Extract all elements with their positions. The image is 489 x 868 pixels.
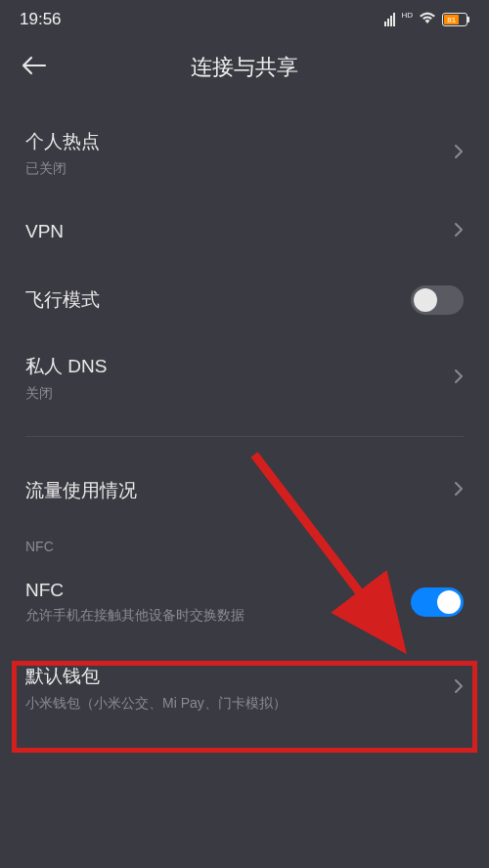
nfc-section-header: NFC	[0, 525, 489, 560]
data-usage-item[interactable]: 流量使用情况	[0, 456, 489, 525]
status-time: 19:56	[20, 10, 62, 29]
settings-list: 个人热点 已关闭 VPN 飞行模式 私人 DNS 关闭	[0, 109, 489, 732]
status-bar: 19:56 HD 81	[0, 0, 489, 35]
item-title: 默认钱包	[25, 664, 287, 689]
item-subtitle: 关闭	[25, 385, 107, 403]
item-subtitle: 小米钱包（小米公交、Mi Pay、门卡模拟）	[25, 695, 287, 713]
personal-hotspot-item[interactable]: 个人热点 已关闭	[0, 109, 489, 197]
page-header: 连接与共享	[0, 35, 489, 109]
wifi-icon	[419, 10, 436, 29]
chevron-right-icon	[454, 481, 464, 500]
item-title: 飞行模式	[25, 287, 100, 313]
airplane-mode-item[interactable]: 飞行模式	[0, 266, 489, 334]
default-wallet-item[interactable]: 默认钱包 小米钱包（小米公交、Mi Pay、门卡模拟）	[0, 644, 489, 732]
item-title: 流量使用情况	[25, 478, 137, 503]
item-title: 个人热点	[25, 129, 100, 154]
nfc-item[interactable]: NFC 允许手机在接触其他设备时交换数据	[0, 560, 489, 644]
page-title: 连接与共享	[20, 53, 469, 82]
back-button[interactable]	[20, 55, 47, 80]
nfc-toggle[interactable]	[411, 587, 464, 617]
chevron-right-icon	[454, 369, 464, 388]
item-title: NFC	[25, 580, 244, 601]
chevron-right-icon	[454, 144, 464, 163]
battery-icon: 81	[442, 13, 469, 26]
hd-icon: HD	[401, 11, 413, 20]
back-arrow-icon	[20, 55, 47, 76]
vpn-item[interactable]: VPN	[0, 197, 489, 266]
item-subtitle: 允许手机在接触其他设备时交换数据	[25, 607, 244, 625]
item-title: VPN	[25, 221, 64, 242]
divider	[25, 436, 464, 437]
signal-icon	[384, 13, 395, 26]
status-icons: HD 81	[384, 10, 469, 29]
chevron-right-icon	[454, 678, 464, 698]
item-subtitle: 已关闭	[25, 160, 100, 178]
chevron-right-icon	[454, 222, 464, 241]
item-title: 私人 DNS	[25, 354, 107, 379]
private-dns-item[interactable]: 私人 DNS 关闭	[0, 334, 489, 422]
airplane-mode-toggle[interactable]	[411, 285, 464, 315]
